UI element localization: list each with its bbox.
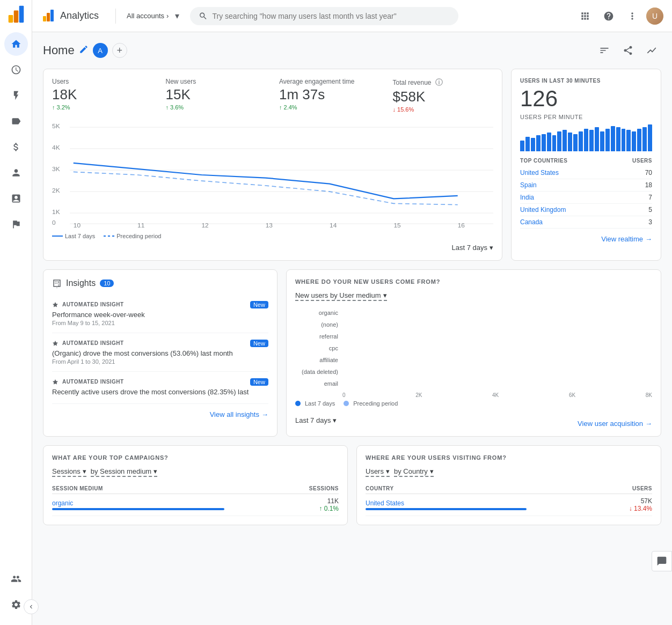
table-row: United States 57K ↓ 13.4% xyxy=(366,494,652,516)
app-logo xyxy=(5,4,27,26)
country-users: 3 xyxy=(648,218,652,226)
middle-row: Insights 10 AUTOMATED INSIGHT New Perfor… xyxy=(43,269,661,437)
grid-icon[interactable] xyxy=(575,6,595,26)
insight-item[interactable]: AUTOMATED INSIGHT New (Organic) drove th… xyxy=(52,333,268,372)
sidebar-item-monetization[interactable] xyxy=(4,135,28,159)
table-row: organic 11K ↑ 0.1% xyxy=(52,494,339,516)
country-row: United Kingdom5 xyxy=(520,204,652,216)
insights-card: Insights 10 AUTOMATED INSIGHT New Perfor… xyxy=(43,269,277,437)
sidebar-item-acquisition[interactable] xyxy=(4,161,28,185)
svg-text:10: 10 xyxy=(74,223,81,229)
svg-rect-3 xyxy=(43,16,46,21)
sidebar-item-reports[interactable] xyxy=(4,187,28,210)
svg-text:13: 13 xyxy=(266,223,273,229)
countries-list: United States70Spain18India7United Kingd… xyxy=(520,167,652,229)
campaigns-card: WHAT ARE YOUR TOP CAMPAIGNS? Sessions ▾ … xyxy=(43,445,348,525)
chevron-down-icon: ▾ xyxy=(83,467,86,475)
more-icon[interactable] xyxy=(623,6,642,26)
col-sessions: SESSIONS xyxy=(233,483,339,494)
realtime-label: USERS IN LAST 30 MINUTES xyxy=(520,78,652,84)
feedback-button[interactable] xyxy=(652,551,672,571)
new-users-dropdown[interactable]: New users by User medium ▾ xyxy=(295,291,387,301)
sidebar-item-home[interactable] xyxy=(4,32,28,56)
sidebar-item-events[interactable] xyxy=(4,84,28,107)
customize-button[interactable] xyxy=(595,41,614,60)
country-users: 7 xyxy=(648,194,652,201)
col-users: USERS xyxy=(544,483,652,494)
country-row: Spain18 xyxy=(520,179,652,192)
page-title: Home xyxy=(43,43,75,57)
revenue-info-icon[interactable]: ⓘ xyxy=(435,78,443,86)
chevron-right-icon: › xyxy=(166,12,169,20)
sessions-dropdown[interactable]: Sessions ▾ xyxy=(52,467,86,477)
insights-header: Insights 10 xyxy=(52,278,268,288)
country-row: Canada3 xyxy=(520,216,652,229)
users-chart: 5K 4K 3K 2K 1K 0 xyxy=(52,121,493,229)
metric-engagement: Average engagement time 1m 37s ↑ 2.4% xyxy=(279,78,380,113)
chart-footer: Last 7 days ▾ xyxy=(52,244,493,252)
realtime-sublabel: USERS PER MINUTE xyxy=(520,114,652,120)
sidebar-item-explore[interactable] xyxy=(4,212,28,236)
metric-new-users: New users 15K ↑ 3.6% xyxy=(166,78,267,113)
arrow-right-icon: → xyxy=(645,235,652,243)
insight-item[interactable]: AUTOMATED INSIGHT New Performance week-o… xyxy=(52,295,268,333)
collapse-sidebar-button[interactable] xyxy=(24,599,39,614)
search-icon xyxy=(199,11,208,21)
country-name[interactable]: United Kingdom xyxy=(520,206,566,214)
new-users-period-selector[interactable]: Last 7 days ▾ xyxy=(295,416,337,424)
svg-text:16: 16 xyxy=(458,223,465,229)
svg-rect-4 xyxy=(47,13,50,21)
view-user-acquisition-link[interactable]: View user acquisition → xyxy=(578,420,652,428)
country-name[interactable]: India xyxy=(520,194,534,201)
edit-icon[interactable] xyxy=(79,45,89,56)
country-dropdown[interactable]: by Country ▾ xyxy=(394,467,434,477)
search-input[interactable] xyxy=(212,12,450,20)
insights-icon xyxy=(52,278,62,288)
insights-list: AUTOMATED INSIGHT New Performance week-o… xyxy=(52,295,268,404)
countries-header: TOP COUNTRIES USERS xyxy=(520,158,652,164)
session-medium-dropdown[interactable]: by Session medium ▾ xyxy=(91,467,157,477)
svg-text:12: 12 xyxy=(201,223,208,229)
svg-rect-2 xyxy=(19,6,24,23)
svg-text:3K: 3K xyxy=(52,166,60,172)
view-all-insights-link[interactable]: View all insights → xyxy=(52,410,268,418)
svg-text:5K: 5K xyxy=(52,123,60,129)
insights-badge: 10 xyxy=(100,280,114,287)
insight-item[interactable]: AUTOMATED INSIGHT New Recently active us… xyxy=(52,372,268,404)
country-name[interactable]: Canada xyxy=(520,218,543,226)
user-avatar[interactable]: U xyxy=(646,8,663,25)
share-button[interactable] xyxy=(618,41,638,60)
chevron-down-icon: ▾ xyxy=(386,467,390,475)
topbar: Analytics All accounts › ▾ U xyxy=(32,0,672,32)
search-bar[interactable] xyxy=(190,7,458,25)
metric-revenue: Total revenue ⓘ $58K ↓ 15.6% xyxy=(393,78,494,113)
svg-text:4K: 4K xyxy=(52,145,60,151)
sidebar xyxy=(0,0,32,625)
country-name[interactable]: Spain xyxy=(520,181,537,189)
sidebar-item-audiences[interactable] xyxy=(4,567,28,591)
app-name: Analytics xyxy=(60,10,99,21)
view-realtime-link[interactable]: View realtime → xyxy=(520,235,652,243)
visiting-header: WHERE ARE YOUR USERS VISITING FROM? xyxy=(366,454,652,461)
analytics-button[interactable] xyxy=(642,41,661,60)
realtime-bar-chart xyxy=(520,124,652,151)
add-widget-button[interactable]: + xyxy=(112,43,127,58)
help-icon[interactable] xyxy=(599,6,618,26)
arrow-right-icon: → xyxy=(261,410,268,418)
legend-dot-current xyxy=(295,401,301,406)
page-header: Home A + xyxy=(43,41,661,60)
account-selector[interactable]: All accounts › ▾ xyxy=(122,9,184,23)
chevron-down-icon: ▾ xyxy=(383,291,387,299)
users-visiting-card: WHERE ARE YOUR USERS VISITING FROM? User… xyxy=(356,445,661,525)
country-name[interactable]: United States xyxy=(520,169,559,177)
users-dropdown[interactable]: Users ▾ xyxy=(366,467,390,477)
period-selector[interactable]: Last 7 days ▾ xyxy=(452,244,494,252)
sidebar-item-realtime[interactable] xyxy=(4,58,28,82)
bar-row: cpc xyxy=(295,345,652,351)
svg-text:2K: 2K xyxy=(52,188,60,194)
sidebar-item-conversions[interactable] xyxy=(4,109,28,133)
main-content: Home A + Users xyxy=(32,32,672,625)
arrow-right-icon: → xyxy=(645,420,652,428)
country-row: India7 xyxy=(520,192,652,204)
chevron-down-icon: ▾ xyxy=(430,467,434,475)
